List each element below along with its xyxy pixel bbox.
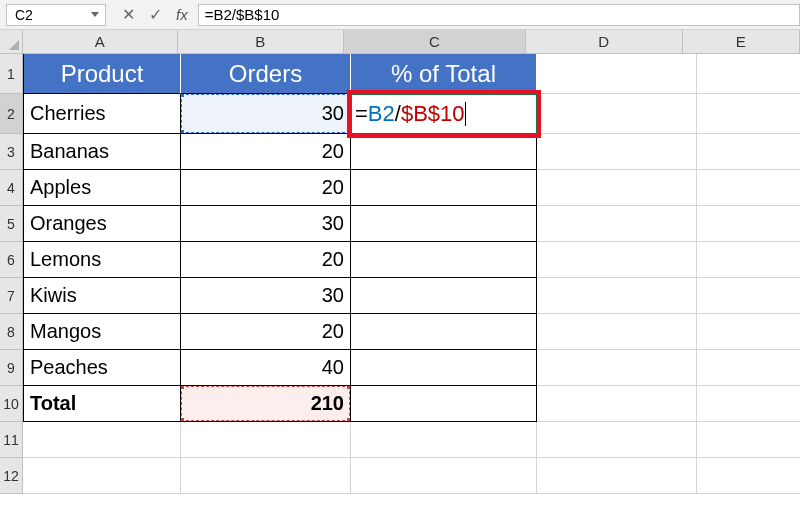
fx-icon[interactable]: fx <box>176 6 188 23</box>
cell-d6[interactable] <box>537 242 697 278</box>
cell-c10[interactable] <box>351 386 537 422</box>
formula-controls: ✕ ✓ fx <box>112 5 198 24</box>
cell-e5[interactable] <box>697 206 800 242</box>
cell-product-8[interactable]: Peaches <box>23 350 181 386</box>
row-header-8[interactable]: 8 <box>0 314 23 350</box>
cell-orders-2[interactable]: 20 <box>181 134 351 170</box>
cell-d10[interactable] <box>537 386 697 422</box>
cell-total-label[interactable]: Total <box>23 386 181 422</box>
cell-e1[interactable] <box>697 54 800 94</box>
cancel-icon[interactable]: ✕ <box>122 5 135 24</box>
cell-b12[interactable] <box>181 458 351 494</box>
cell-orders-6[interactable]: 30 <box>181 278 351 314</box>
cell-c3[interactable] <box>351 134 537 170</box>
cell-orders-4[interactable]: 30 <box>181 206 351 242</box>
confirm-icon[interactable]: ✓ <box>149 5 162 24</box>
col-header-d[interactable]: D <box>526 30 683 54</box>
row-header-7[interactable]: 7 <box>0 278 23 314</box>
cell-product-2[interactable]: Bananas <box>23 134 181 170</box>
cell-d5[interactable] <box>537 206 697 242</box>
cell-e7[interactable] <box>697 278 800 314</box>
row-header-9[interactable]: 9 <box>0 350 23 386</box>
row-header-5[interactable]: 5 <box>0 206 23 242</box>
formula-text: =B2/$B$10 <box>205 6 280 23</box>
col-header-c[interactable]: C <box>344 30 526 54</box>
name-box-value: C2 <box>15 7 33 23</box>
cell-d8[interactable] <box>537 314 697 350</box>
cell-product-6[interactable]: Kiwis <box>23 278 181 314</box>
row-header-4[interactable]: 4 <box>0 170 23 206</box>
header-pct[interactable]: % of Total <box>351 54 537 94</box>
col-header-e[interactable]: E <box>683 30 800 54</box>
cell-d7[interactable] <box>537 278 697 314</box>
header-orders[interactable]: Orders <box>181 54 351 94</box>
select-all-triangle[interactable] <box>0 30 23 54</box>
cell-c5[interactable] <box>351 206 537 242</box>
cell-c6[interactable] <box>351 242 537 278</box>
row-headers: 123456789101112 <box>0 54 23 494</box>
cell-d2[interactable] <box>537 94 697 134</box>
col-header-b[interactable]: B <box>178 30 344 54</box>
cell-c7[interactable] <box>351 278 537 314</box>
cell-c9[interactable] <box>351 350 537 386</box>
cell-e6[interactable] <box>697 242 800 278</box>
cell-c11[interactable] <box>351 422 537 458</box>
cell-product-5[interactable]: Lemons <box>23 242 181 278</box>
cell-d1[interactable] <box>537 54 697 94</box>
column-headers: ABCDE <box>23 30 800 54</box>
cell-b11[interactable] <box>181 422 351 458</box>
formula-input[interactable]: =B2/$B$10 <box>198 4 800 26</box>
cell-d4[interactable] <box>537 170 697 206</box>
cell-e10[interactable] <box>697 386 800 422</box>
cell-e3[interactable] <box>697 134 800 170</box>
cell-c12[interactable] <box>351 458 537 494</box>
cell-product-4[interactable]: Oranges <box>23 206 181 242</box>
cell-product-7[interactable]: Mangos <box>23 314 181 350</box>
row-header-10[interactable]: 10 <box>0 386 23 422</box>
header-product[interactable]: Product <box>23 54 181 94</box>
cell-d12[interactable] <box>537 458 697 494</box>
cell-product-1[interactable]: Cherries <box>23 94 181 134</box>
cell-e8[interactable] <box>697 314 800 350</box>
cell-d11[interactable] <box>537 422 697 458</box>
cell-e2[interactable] <box>697 94 800 134</box>
cell-e4[interactable] <box>697 170 800 206</box>
row-header-1[interactable]: 1 <box>0 54 23 94</box>
cell-orders-5[interactable]: 20 <box>181 242 351 278</box>
cell-orders-1[interactable]: 30 <box>181 94 351 134</box>
spreadsheet-grid[interactable]: ProductOrders% of TotalCherries30=B2/$B$… <box>23 54 800 494</box>
cell-total-value[interactable]: 210 <box>181 386 351 422</box>
row-header-12[interactable]: 12 <box>0 458 23 494</box>
col-header-a[interactable]: A <box>23 30 178 54</box>
cell-c2-editing[interactable]: =B2/$B$10 <box>351 94 537 134</box>
cell-d9[interactable] <box>537 350 697 386</box>
cell-a12[interactable] <box>23 458 181 494</box>
cell-a11[interactable] <box>23 422 181 458</box>
cell-c8[interactable] <box>351 314 537 350</box>
cell-e12[interactable] <box>697 458 800 494</box>
name-box[interactable]: C2 <box>6 4 106 26</box>
cell-c4[interactable] <box>351 170 537 206</box>
cell-orders-8[interactable]: 40 <box>181 350 351 386</box>
cell-e11[interactable] <box>697 422 800 458</box>
cell-orders-3[interactable]: 20 <box>181 170 351 206</box>
row-header-6[interactable]: 6 <box>0 242 23 278</box>
row-header-3[interactable]: 3 <box>0 134 23 170</box>
cell-product-3[interactable]: Apples <box>23 170 181 206</box>
formula-bar: C2 ✕ ✓ fx =B2/$B$10 <box>0 0 800 30</box>
row-header-2[interactable]: 2 <box>0 94 23 134</box>
chevron-down-icon[interactable] <box>91 12 99 17</box>
cell-d3[interactable] <box>537 134 697 170</box>
cell-e9[interactable] <box>697 350 800 386</box>
row-header-11[interactable]: 11 <box>0 422 23 458</box>
cell-orders-7[interactable]: 20 <box>181 314 351 350</box>
